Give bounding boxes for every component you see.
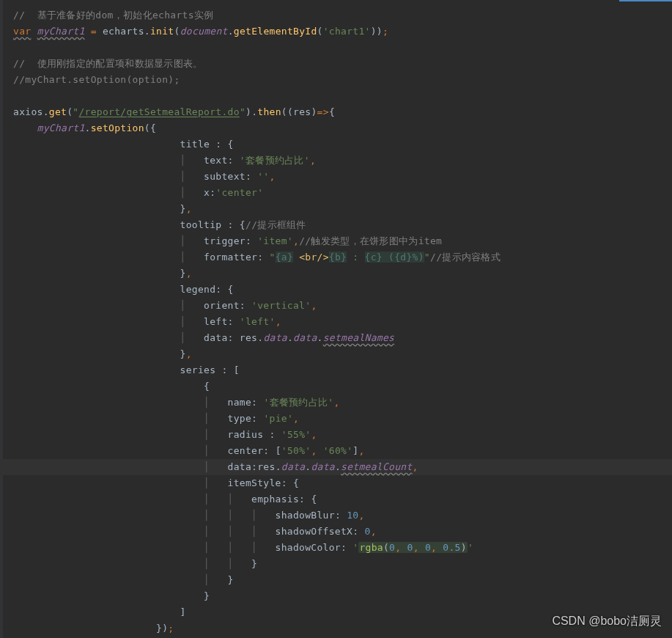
- comment: // 基于准备好的dom，初始化echarts实例: [13, 10, 213, 21]
- comment: // 使用刚指定的配置项和数据显示图表。: [13, 58, 203, 69]
- keyword-var: var: [13, 26, 31, 37]
- editor-gutter: [0, 0, 3, 638]
- code-editor[interactable]: // 基于准备好的dom，初始化echarts实例 var myChart1 =…: [0, 0, 672, 637]
- comment: //myChart.setOption(option);: [13, 74, 180, 85]
- var-myChart1: myChart1: [37, 26, 85, 37]
- watermark: CSDN @bobo洁厕灵: [552, 614, 662, 629]
- scrollbar-top-indicator: [619, 0, 672, 1]
